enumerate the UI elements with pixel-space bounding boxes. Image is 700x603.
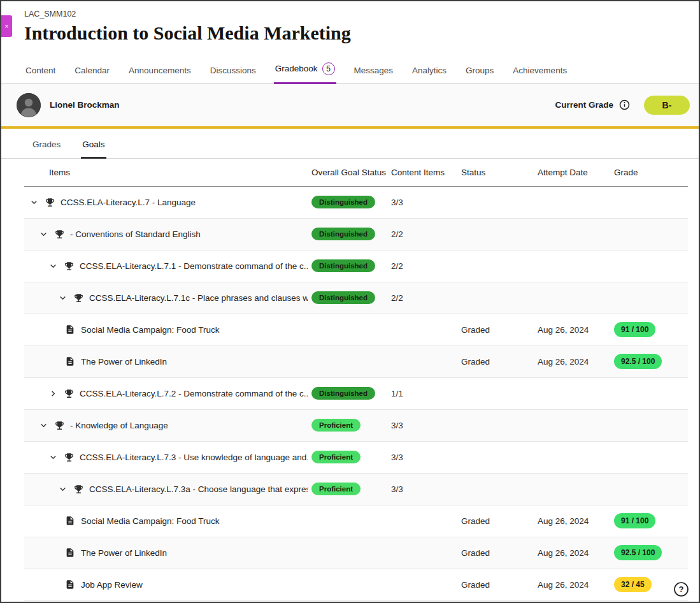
grade-badge[interactable]: 32 / 45 [614,577,652,592]
goal-status-cell: Distinguished [311,196,387,208]
attempt-date-cell: Aug 26, 2024 [533,580,606,590]
row-label: - Knowledge of Language [70,421,168,430]
items-cell: Job App Review [24,579,311,590]
tab-gradebook[interactable]: Gradebook 5 [274,57,336,84]
gradebook-subtabs: Grades Goals [1,129,699,159]
grade-badge[interactable]: 92.5 / 100 [614,545,662,560]
grade-badge[interactable]: 92.5 / 100 [614,354,662,369]
goal-trophy-icon [64,452,75,463]
table-header: Items Overall Goal Status Content Items … [24,159,688,187]
chevron-down-icon[interactable] [57,292,68,303]
chevron-down-icon[interactable] [38,228,49,240]
grade-badge[interactable]: 91 / 100 [614,322,655,337]
content-item-row[interactable]: Social Media Campaign: Food Truck Graded… [24,314,688,346]
attempt-date-cell: Aug 26, 2024 [533,548,606,558]
question-mark-icon: ? [679,585,684,594]
row-label: Social Media Campaign: Food Truck [81,516,220,526]
goal-row[interactable]: CCSS.ELA-Literacy.L.7.3 - Use knowledge … [24,442,688,474]
content-items-cell: 2/2 [387,293,457,303]
current-grade-label: Current Grade [555,100,613,110]
tab-groups[interactable]: Groups [464,61,495,84]
row-label: - Conventions of Standard English [70,229,201,239]
attempt-date-cell: Aug 26, 2024 [533,357,606,367]
content-items-cell: 3/3 [387,421,457,430]
close-icon: × [4,22,8,30]
grade-cell: 92.5 / 100 [606,354,688,369]
goal-trophy-icon [64,388,75,399]
document-icon [65,516,76,527]
status-cell: Graded [457,548,533,558]
row-label: Social Media Campaign: Food Truck [81,325,220,335]
goal-status-cell: Distinguished [311,387,387,400]
goal-row[interactable]: CCSS.ELA-Literacy.L.7.2 - Demonstrate co… [24,378,688,410]
column-header-status: Status [457,168,533,177]
column-header-content-items: Content Items [387,168,457,177]
items-cell: CCSS.ELA-Literacy.L.7.1 - Demonstrate co… [24,260,311,272]
chevron-down-icon[interactable] [28,196,39,208]
row-label: CCSS.ELA-Literacy.L.7.1 - Demonstrate co… [80,261,308,271]
avatar [17,93,41,117]
items-cell: The Power of LinkedIn [24,356,311,367]
goal-trophy-icon [64,261,75,272]
goal-status-cell: Distinguished [311,259,387,272]
goal-row[interactable]: CCSS.ELA-Literacy.L.7.3a - Choose langua… [24,474,688,505]
content-items-cell: 2/2 [387,261,457,271]
tab-content[interactable]: Content [24,61,57,84]
table-body: CCSS.ELA-Literacy.L.7 - Language Disting… [24,187,688,601]
chevron-down-icon[interactable] [57,483,68,495]
person-silhouette-icon [17,93,41,117]
goal-status-cell: Proficient [311,483,387,495]
tab-messages[interactable]: Messages [353,61,395,84]
chevron-down-icon[interactable] [47,451,59,463]
goal-row[interactable]: CCSS.ELA-Literacy.L.7.1c - Place phrases… [24,282,688,314]
goal-status-badge: Distinguished [311,259,375,272]
content-items-cell: 2/2 [387,229,457,239]
subtab-goals[interactable]: Goals [81,129,106,159]
goal-row[interactable]: CCSS.ELA-Literacy.L.7.1 - Demonstrate co… [24,251,688,282]
content-item-row[interactable]: The Power of LinkedIn Graded Aug 26, 202… [24,537,688,569]
content-item-row[interactable]: Job App Review Graded Aug 26, 2024 32 / … [24,569,688,601]
items-cell: CCSS.ELA-Literacy.L.7 - Language [24,196,311,208]
grade-cell: 91 / 100 [606,322,688,337]
goal-status-badge: Distinguished [311,228,375,240]
row-label: CCSS.ELA-Literacy.L.7.3 - Use knowledge … [80,453,308,462]
goal-status-badge: Distinguished [311,387,375,400]
close-panel-button[interactable]: × [1,15,12,37]
goal-row[interactable]: - Knowledge of Language Proficient 3/3 [24,410,688,442]
content-item-row[interactable]: The Power of LinkedIn Graded Aug 26, 202… [24,346,688,378]
goal-row[interactable]: - Conventions of Standard English Distin… [24,219,688,251]
tab-label: Announcements [129,66,191,75]
goal-status-badge: Proficient [311,419,361,432]
tab-label: Content [25,66,55,75]
subtab-grades[interactable]: Grades [31,129,62,159]
status-cell: Graded [457,325,533,335]
items-cell: CCSS.ELA-Literacy.L.7.2 - Demonstrate co… [24,388,311,399]
content-items-cell: 3/3 [387,453,457,462]
goal-status-badge: Proficient [311,451,361,463]
items-cell: - Conventions of Standard English [24,228,311,240]
goal-row[interactable]: CCSS.ELA-Literacy.L.7 - Language Disting… [24,187,688,219]
help-button[interactable]: ? [673,581,689,597]
tab-discussions[interactable]: Discussions [209,61,257,84]
column-header-attempt-date: Attempt Date [533,168,606,177]
chevron-down-icon[interactable] [38,419,49,431]
goals-table: Items Overall Goal Status Content Items … [24,159,688,601]
document-icon [65,324,76,335]
tab-analytics[interactable]: Analytics [411,61,448,84]
student-name: Lionel Brockman [50,100,120,110]
chevron-right-icon[interactable] [47,388,59,399]
tab-calendar[interactable]: Calendar [73,61,111,84]
course-header: LAC_SMM102 Introduction to Social Media … [1,1,699,45]
grade-badge[interactable]: 91 / 100 [614,513,655,528]
tab-label: Messages [354,66,394,75]
info-icon[interactable] [619,99,630,110]
items-cell: The Power of LinkedIn [24,548,311,558]
goal-trophy-icon [73,484,84,495]
content-item-row[interactable]: Social Media Campaign: Food Truck Graded… [24,505,688,537]
tab-announcements[interactable]: Announcements [127,61,192,84]
chevron-down-icon[interactable] [47,260,59,272]
items-cell: CCSS.ELA-Literacy.L.7.3a - Choose langua… [24,483,311,495]
goal-status-cell: Proficient [311,419,387,432]
items-cell: CCSS.ELA-Literacy.L.7.3 - Use knowledge … [24,451,311,463]
tab-achievements[interactable]: Achievements [511,61,568,84]
